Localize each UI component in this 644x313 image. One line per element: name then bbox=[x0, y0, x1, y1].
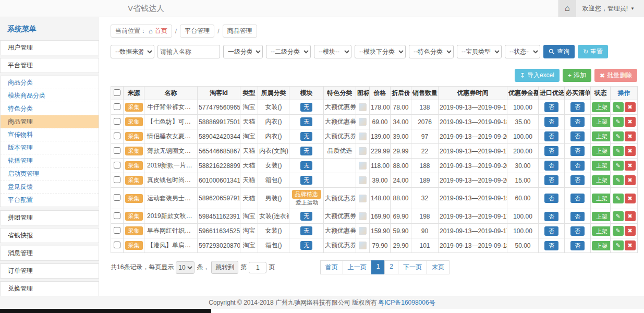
user-menu[interactable]: 欢迎您，管理员! ▼ bbox=[576, 4, 644, 13]
delete-button[interactable]: ✖ bbox=[625, 161, 636, 171]
row-checkbox[interactable] bbox=[114, 103, 120, 110]
edit-button[interactable]: ✎ bbox=[613, 131, 624, 141]
imported-toggle[interactable]: 否 bbox=[544, 102, 558, 112]
imported-toggle[interactable]: 否 bbox=[544, 117, 558, 126]
row-checkbox[interactable] bbox=[114, 227, 120, 234]
sidebar-item[interactable]: 兑换管理 bbox=[0, 281, 99, 296]
reset-button[interactable]: ↻ 重置 bbox=[578, 45, 608, 58]
sidebar-subitem[interactable]: 特色分类 bbox=[1, 102, 99, 115]
row-checkbox[interactable] bbox=[114, 118, 120, 125]
status-button[interactable]: 上架 bbox=[592, 102, 611, 112]
page-button[interactable]: 末页 bbox=[427, 260, 449, 274]
row-checkbox[interactable] bbox=[114, 133, 120, 139]
breadcrumb-goods-link[interactable]: 商品管理 bbox=[227, 27, 252, 35]
sidebar-subitem[interactable]: 轮播管理 bbox=[1, 154, 99, 167]
sidebar-item[interactable]: 订单管理 bbox=[0, 263, 99, 279]
status-button[interactable]: 上架 bbox=[592, 194, 611, 203]
must-buy-toggle[interactable]: 否 bbox=[570, 241, 585, 250]
status-button[interactable]: 上架 bbox=[592, 175, 611, 185]
edit-button[interactable]: ✎ bbox=[613, 102, 624, 112]
name-filter[interactable] bbox=[157, 45, 220, 58]
module-sub-filter[interactable]: --模块下分类-- bbox=[355, 45, 406, 58]
add-button[interactable]: + 添加 bbox=[563, 69, 591, 82]
status-button[interactable]: 上架 bbox=[592, 226, 611, 236]
imported-toggle[interactable]: 否 bbox=[544, 226, 558, 236]
page-button[interactable]: 上一页 bbox=[343, 260, 372, 274]
must-buy-toggle[interactable]: 否 bbox=[570, 146, 585, 155]
imported-toggle[interactable]: 否 bbox=[544, 241, 558, 250]
delete-button[interactable]: ✖ bbox=[625, 194, 636, 203]
level1-category-filter[interactable]: 一级分类 bbox=[223, 45, 263, 58]
jump-page-input[interactable] bbox=[249, 262, 266, 273]
jump-button[interactable]: 跳转到 bbox=[211, 261, 238, 274]
imported-toggle[interactable]: 否 bbox=[544, 161, 558, 170]
sidebar-subitem[interactable]: 意见反馈 bbox=[1, 180, 99, 194]
must-buy-toggle[interactable]: 否 bbox=[570, 161, 585, 170]
row-checkbox[interactable] bbox=[114, 147, 120, 154]
row-checkbox[interactable] bbox=[114, 212, 120, 219]
imported-toggle[interactable]: 否 bbox=[544, 212, 558, 221]
edit-button[interactable]: ✎ bbox=[613, 175, 624, 185]
import-excel-button[interactable]: ↧ 导入excel bbox=[515, 69, 560, 82]
level2-category-filter[interactable]: --二级分类-- bbox=[266, 45, 311, 58]
must-buy-toggle[interactable]: 否 bbox=[570, 117, 585, 126]
delete-button[interactable]: ✖ bbox=[625, 102, 636, 112]
row-checkbox[interactable] bbox=[114, 194, 120, 201]
row-checkbox[interactable] bbox=[114, 242, 120, 248]
row-checkbox[interactable] bbox=[114, 162, 120, 168]
row-checkbox[interactable] bbox=[114, 176, 120, 183]
status-button[interactable]: 上架 bbox=[592, 212, 611, 221]
edit-button[interactable]: ✎ bbox=[613, 117, 624, 127]
page-button[interactable]: 1 bbox=[371, 260, 385, 274]
special-category-filter[interactable]: --特色分类-- bbox=[409, 45, 454, 58]
page-button[interactable]: 2 bbox=[384, 260, 398, 274]
search-button[interactable]: 查询 bbox=[543, 45, 575, 58]
per-page-select[interactable]: 10 bbox=[176, 261, 195, 274]
sidebar-subitem[interactable]: 启动页管理 bbox=[1, 167, 99, 180]
status-button[interactable]: 上架 bbox=[592, 117, 611, 126]
edit-button[interactable]: ✎ bbox=[613, 146, 624, 156]
sidebar-item[interactable]: 拼团管理 bbox=[0, 210, 99, 225]
module-filter[interactable]: --模块-- bbox=[314, 45, 351, 58]
page-button[interactable]: 首页 bbox=[320, 260, 343, 274]
sidebar-subitem[interactable]: 宣传物料 bbox=[1, 128, 99, 141]
must-buy-toggle[interactable]: 否 bbox=[570, 131, 585, 141]
status-button[interactable]: 上架 bbox=[592, 146, 611, 155]
delete-button[interactable]: ✖ bbox=[625, 146, 636, 156]
sidebar-item[interactable]: 省钱快报 bbox=[0, 228, 99, 243]
breadcrumb-home-link[interactable]: 首页 bbox=[155, 27, 167, 35]
select-all-checkbox[interactable] bbox=[114, 89, 120, 96]
imported-toggle[interactable]: 否 bbox=[544, 131, 558, 141]
page-button[interactable]: 下一页 bbox=[398, 260, 427, 274]
delete-button[interactable]: ✖ bbox=[625, 240, 636, 250]
must-buy-toggle[interactable]: 否 bbox=[570, 212, 585, 221]
must-buy-toggle[interactable]: 否 bbox=[570, 226, 585, 236]
edit-button[interactable]: ✎ bbox=[613, 194, 624, 203]
source-filter[interactable]: --数据来源-- bbox=[111, 45, 154, 58]
status-button[interactable]: 上架 bbox=[592, 131, 611, 141]
must-buy-toggle[interactable]: 否 bbox=[570, 194, 585, 203]
breadcrumb-platform-link[interactable]: 平台管理 bbox=[185, 27, 210, 35]
sidebar-subitem[interactable]: 商品分类 bbox=[1, 76, 99, 89]
icp-link[interactable]: 粤ICP备16098006号 bbox=[378, 298, 435, 307]
status-filter[interactable]: --状态-- bbox=[505, 45, 540, 58]
delete-button[interactable]: ✖ bbox=[625, 211, 636, 221]
sidebar-item[interactable]: 消息管理 bbox=[0, 246, 99, 261]
delete-button[interactable]: ✖ bbox=[625, 175, 636, 185]
edit-button[interactable]: ✎ bbox=[613, 211, 624, 221]
edit-button[interactable]: ✎ bbox=[613, 226, 624, 236]
status-button[interactable]: 上架 bbox=[592, 161, 611, 170]
item-type-filter[interactable]: --宝贝类型-- bbox=[457, 45, 502, 58]
sidebar-subitem[interactable]: 模块商品分类 bbox=[1, 89, 99, 102]
sidebar-subitem[interactable]: 版本管理 bbox=[1, 141, 99, 154]
status-button[interactable]: 上架 bbox=[592, 241, 611, 250]
delete-button[interactable]: ✖ bbox=[625, 117, 636, 127]
sidebar-subitem[interactable]: 平台配置 bbox=[1, 194, 99, 207]
batch-delete-button[interactable]: ✖ 批量删除 bbox=[594, 69, 637, 82]
imported-toggle[interactable]: 否 bbox=[544, 194, 558, 203]
sidebar-item[interactable]: 平台管理 bbox=[0, 58, 99, 73]
imported-toggle[interactable]: 否 bbox=[544, 146, 558, 155]
must-buy-toggle[interactable]: 否 bbox=[570, 102, 585, 112]
delete-button[interactable]: ✖ bbox=[625, 131, 636, 141]
edit-button[interactable]: ✎ bbox=[613, 240, 624, 250]
